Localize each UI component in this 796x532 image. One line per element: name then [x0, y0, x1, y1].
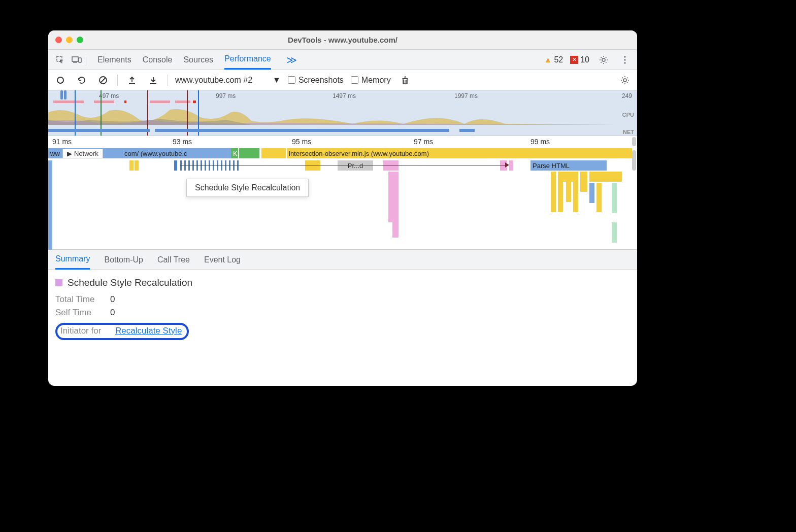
tab-performance[interactable]: Performance	[224, 50, 271, 70]
download-button[interactable]	[146, 73, 160, 87]
tab-summary[interactable]: Summary	[55, 250, 90, 270]
tab-sources[interactable]: Sources	[183, 50, 213, 70]
flame-bar[interactable]: Pr...d	[338, 160, 373, 171]
minimize-window-button[interactable]	[66, 37, 73, 43]
tab-elements[interactable]: Elements	[97, 50, 131, 70]
svg-point-11	[623, 79, 626, 82]
collect-garbage-button[interactable]	[398, 73, 412, 87]
more-tabs-button[interactable]: ≫	[286, 54, 297, 66]
range-handle-right[interactable]	[64, 90, 67, 99]
summary-panel: Schedule Style Recalculation Total Time …	[48, 270, 637, 386]
performance-toolbar: www.youtube.com #2 ▼ Screenshots Memory	[48, 70, 637, 90]
self-time-value: 0	[110, 308, 115, 318]
close-window-button[interactable]	[55, 37, 62, 43]
flame-bar[interactable]: K	[231, 148, 238, 158]
error-icon: ✕	[570, 56, 578, 64]
svg-rect-3	[79, 58, 81, 62]
tab-bottom-up[interactable]: Bottom-Up	[104, 250, 143, 270]
record-button[interactable]	[53, 73, 68, 87]
initiator-highlight: Initiator for Recalculate Style	[55, 323, 189, 340]
capture-settings-icon[interactable]	[618, 73, 632, 87]
cpu-chart	[48, 105, 617, 125]
svg-rect-1	[72, 57, 78, 61]
panel-tabs: Elements Console Sources Performance ≫	[97, 50, 297, 70]
event-title: Schedule Style Recalculation	[68, 277, 192, 288]
traffic-lights	[55, 37, 83, 43]
window-title: DevTools - www.youtube.com/	[48, 36, 637, 44]
session-select[interactable]: www.youtube.com #2 ▼	[175, 76, 281, 85]
flame-chart[interactable]: ww com/ (www.youtube.c K intersection-ob…	[48, 148, 637, 250]
event-swatch	[55, 279, 62, 286]
scrollbar[interactable]	[632, 150, 636, 171]
flame-bar[interactable]	[261, 148, 286, 158]
reload-record-button[interactable]	[75, 73, 89, 87]
tab-event-log[interactable]: Event Log	[204, 250, 241, 270]
scrollbar[interactable]	[632, 137, 636, 146]
screenshots-checkbox[interactable]: Screenshots	[288, 76, 344, 85]
settings-icon[interactable]	[596, 53, 611, 67]
titlebar: DevTools - www.youtube.com/	[48, 30, 637, 50]
timeline-overview[interactable]: 497 ms 997 ms 1497 ms 1997 ms 249	[48, 90, 637, 136]
initiator-arrow	[180, 165, 505, 165]
flame-tooltip: Schedule Style Recalculation	[186, 179, 309, 197]
svg-point-5	[624, 56, 625, 57]
svg-rect-2	[73, 62, 77, 63]
tab-console[interactable]: Console	[143, 50, 173, 70]
svg-point-4	[602, 58, 605, 61]
range-handle-left[interactable]	[60, 90, 63, 99]
maximize-window-button[interactable]	[77, 37, 83, 43]
svg-point-7	[624, 62, 625, 63]
device-toggle-icon[interactable]	[70, 53, 84, 67]
chevron-down-icon: ▼	[273, 76, 281, 85]
detail-tabs: Summary Bottom-Up Call Tree Event Log	[48, 250, 637, 270]
network-expand-button[interactable]: ▶ Network	[62, 149, 103, 158]
memory-checkbox[interactable]: Memory	[351, 76, 391, 85]
flame-bar[interactable]: Parse HTML	[530, 160, 607, 171]
warnings-badge[interactable]: ▲ 52	[544, 55, 563, 64]
clear-button[interactable]	[96, 73, 110, 87]
kebab-menu-icon[interactable]	[618, 53, 632, 67]
total-time-value: 0	[110, 294, 115, 305]
warning-icon: ▲	[544, 55, 552, 64]
errors-badge[interactable]: ✕ 10	[570, 55, 589, 64]
svg-line-9	[101, 78, 106, 83]
time-ruler[interactable]: 91 ms 93 ms 95 ms 97 ms 99 ms	[48, 136, 637, 148]
chevron-right-icon: ▶	[67, 150, 72, 157]
upload-button[interactable]	[125, 73, 139, 87]
devtools-window: DevTools - www.youtube.com/ Elements Con…	[48, 30, 637, 386]
initiator-link[interactable]: Recalculate Style	[115, 326, 182, 336]
svg-point-6	[624, 59, 625, 60]
top-toolbar: Elements Console Sources Performance ≫ ▲…	[48, 50, 637, 70]
inspect-icon[interactable]	[53, 53, 68, 67]
flame-bar[interactable]: intersection-observer.min.js (www.youtub…	[287, 148, 632, 158]
tab-call-tree[interactable]: Call Tree	[157, 250, 190, 270]
flame-bar[interactable]	[239, 148, 259, 158]
